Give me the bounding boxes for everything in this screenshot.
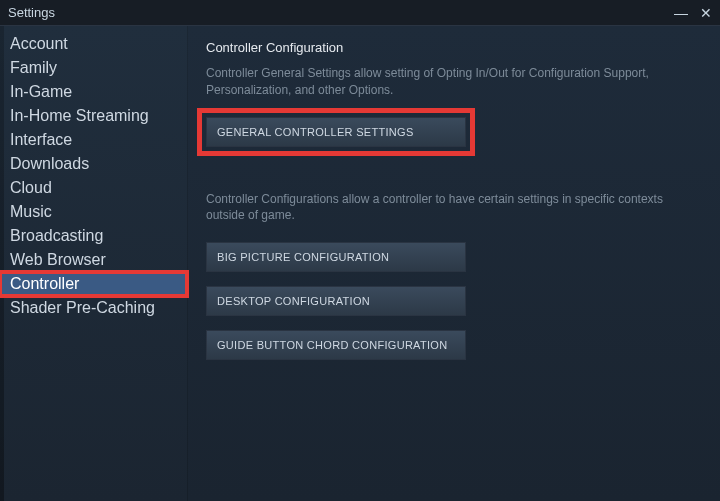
sidebar-item-label: Broadcasting xyxy=(10,227,103,244)
window-controls: — ✕ xyxy=(674,6,712,20)
sidebar: Account Family In-Game In-Home Streaming… xyxy=(0,26,188,501)
sidebar-item-label: Downloads xyxy=(10,155,89,172)
sidebar-item-label: In-Game xyxy=(10,83,72,100)
sidebar-item-cloud[interactable]: Cloud xyxy=(0,176,187,200)
sidebar-item-downloads[interactable]: Downloads xyxy=(0,152,187,176)
minimize-icon[interactable]: — xyxy=(674,6,688,20)
titlebar[interactable]: Settings — ✕ xyxy=(0,0,720,26)
sidebar-item-family[interactable]: Family xyxy=(0,56,187,80)
settings-window: Settings — ✕ Account Family In-Game In-H… xyxy=(0,0,720,501)
sidebar-item-interface[interactable]: Interface xyxy=(0,128,187,152)
button-label: GENERAL CONTROLLER SETTINGS xyxy=(217,126,414,138)
sidebar-item-account[interactable]: Account xyxy=(0,32,187,56)
sidebar-item-label: In-Home Streaming xyxy=(10,107,149,124)
sidebar-item-music[interactable]: Music xyxy=(0,200,187,224)
button-label: GUIDE BUTTON CHORD CONFIGURATION xyxy=(217,339,447,351)
button-label: BIG PICTURE CONFIGURATION xyxy=(217,251,389,263)
sidebar-item-in-home-streaming[interactable]: In-Home Streaming xyxy=(0,104,187,128)
sidebar-item-web-browser[interactable]: Web Browser xyxy=(0,248,187,272)
sidebar-item-in-game[interactable]: In-Game xyxy=(0,80,187,104)
sidebar-item-label: Account xyxy=(10,35,68,52)
main-panel: Controller Configuration Controller Gene… xyxy=(188,26,720,501)
sidebar-item-label: Web Browser xyxy=(10,251,106,268)
sidebar-item-controller[interactable]: Controller xyxy=(0,272,187,296)
sidebar-item-label: Cloud xyxy=(10,179,52,196)
sidebar-item-broadcasting[interactable]: Broadcasting xyxy=(0,224,187,248)
section-description: Controller Configurations allow a contro… xyxy=(206,191,686,225)
content-area: Account Family In-Game In-Home Streaming… xyxy=(0,26,720,501)
sidebar-item-label: Controller xyxy=(10,275,79,292)
close-icon[interactable]: ✕ xyxy=(700,6,712,20)
big-picture-configuration-button[interactable]: BIG PICTURE CONFIGURATION xyxy=(206,242,466,272)
sidebar-item-shader-pre-caching[interactable]: Shader Pre-Caching xyxy=(0,296,187,320)
sidebar-item-label: Music xyxy=(10,203,52,220)
general-controller-settings-button[interactable]: GENERAL CONTROLLER SETTINGS xyxy=(206,117,466,147)
sidebar-item-label: Shader Pre-Caching xyxy=(10,299,155,316)
desktop-configuration-button[interactable]: DESKTOP CONFIGURATION xyxy=(206,286,466,316)
sidebar-item-label: Family xyxy=(10,59,57,76)
left-edge xyxy=(0,26,4,501)
section-title: Controller Configuration xyxy=(206,40,702,55)
sidebar-item-label: Interface xyxy=(10,131,72,148)
window-title: Settings xyxy=(8,5,674,20)
button-label: DESKTOP CONFIGURATION xyxy=(217,295,370,307)
guide-button-chord-configuration-button[interactable]: GUIDE BUTTON CHORD CONFIGURATION xyxy=(206,330,466,360)
section-description: Controller General Settings allow settin… xyxy=(206,65,686,99)
